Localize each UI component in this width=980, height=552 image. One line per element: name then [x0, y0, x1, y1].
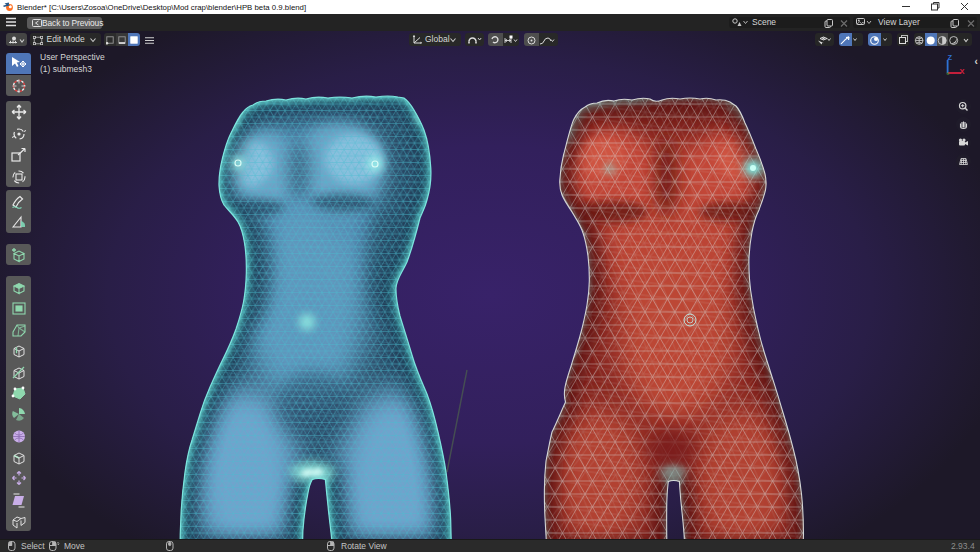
svg-text:Z: Z [948, 53, 953, 62]
svg-text:‹: ‹ [975, 56, 978, 67]
svg-text:X: X [960, 67, 965, 76]
